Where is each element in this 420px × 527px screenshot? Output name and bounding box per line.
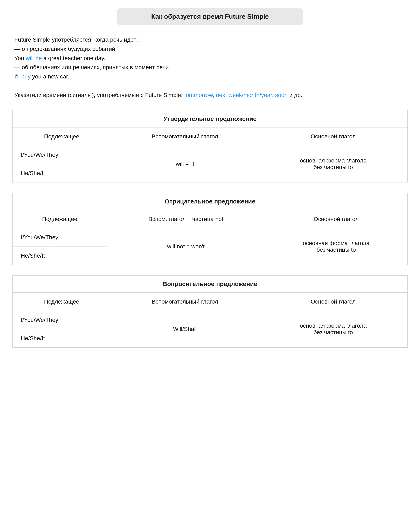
question-header-aux: Вспомогательный глагол	[111, 292, 259, 311]
negative-main-verb: основная форма глагола без частицы to	[265, 228, 408, 265]
question-title: Вопросительное предложение	[12, 275, 408, 292]
negative-subjects: I/You/We/They He/She/It	[12, 228, 107, 265]
page-title: Как образуется время Future Simple	[117, 8, 303, 25]
intro-line6-suffix: и др.	[288, 92, 302, 98]
intro-line5-suffix: you a new car.	[31, 73, 69, 80]
question-table: Подлежащее Вспомогательный глагол Основн…	[12, 292, 408, 348]
intro-line3-highlight: will be	[26, 55, 42, 61]
intro-line2: — о предсказаниях будущих событий;	[14, 44, 406, 54]
negative-subject1: I/You/We/They	[12, 228, 107, 247]
intro-line5-highlight: ll buy	[17, 73, 31, 80]
question-main-verb: основная форма глагола без частицы to	[259, 311, 408, 347]
affirmative-data-row: I/You/We/They He/She/It will = 'll основ…	[12, 146, 408, 182]
affirmative-title: Утвердительное предложение	[12, 110, 408, 127]
negative-subject2: He/She/It	[12, 247, 107, 265]
affirmative-section: Утвердительное предложение Подлежащее Вс…	[12, 110, 408, 182]
intro-line3-prefix: You	[14, 55, 26, 61]
intro-line5: I'll buy you a new car.	[14, 72, 406, 81]
intro-line5-prefix: I'	[14, 73, 17, 80]
question-data-row: I/You/We/They He/She/It Will/Shall основ…	[12, 311, 408, 347]
intro-line4: — об обещаниях или решениях, принятых в …	[14, 63, 406, 72]
affirmative-header-main: Основной глагол	[259, 127, 408, 146]
question-subjects: I/You/We/They He/She/It	[12, 311, 111, 347]
intro-text: Future Simple употребляется, когда речь …	[12, 35, 408, 100]
question-section: Вопросительное предложение Подлежащее Вс…	[12, 275, 408, 348]
question-aux-verb: Will/Shall	[111, 311, 259, 347]
negative-header-subject: Подлежащее	[12, 210, 107, 228]
negative-header-main: Основной глагол	[265, 210, 408, 228]
affirmative-main-verb: основная форма глагола без частицы to	[259, 146, 408, 182]
affirmative-subject1: I/You/We/They	[12, 146, 111, 164]
affirmative-aux-verb: will = 'll	[111, 146, 259, 182]
question-subject1: I/You/We/They	[12, 311, 111, 329]
intro-line6: Указатели времени (сигналы), употребляем…	[14, 91, 406, 100]
affirmative-header-aux: Вспомогательный глагол	[111, 127, 259, 146]
intro-line1: Future Simple употребляется, когда речь …	[14, 35, 406, 44]
negative-aux-verb: will not = won't	[107, 228, 265, 265]
affirmative-subjects: I/You/We/They He/She/It	[12, 146, 111, 182]
question-subject2: He/She/It	[12, 329, 111, 347]
question-header-main: Основной глагол	[259, 292, 408, 311]
negative-title: Отрицательное предложение	[12, 193, 408, 210]
negative-section: Отрицательное предложение Подлежащее Всп…	[12, 193, 408, 265]
affirmative-subject2: He/She/It	[12, 164, 111, 182]
negative-header-aux: Вспом. глагол + частица not	[107, 210, 265, 228]
negative-data-row: I/You/We/They He/She/It will not = won't…	[12, 228, 408, 265]
negative-table: Подлежащее Вспом. глагол + частица not О…	[12, 210, 408, 265]
intro-line3-suffix: a great teacher one day.	[42, 55, 105, 61]
affirmative-header-row: Подлежащее Вспомогательный глагол Основн…	[12, 127, 408, 146]
affirmative-table: Подлежащее Вспомогательный глагол Основн…	[12, 127, 408, 182]
question-header-row: Подлежащее Вспомогательный глагол Основн…	[12, 292, 408, 311]
question-header-subject: Подлежащее	[12, 292, 111, 311]
negative-header-row: Подлежащее Вспом. глагол + частица not О…	[12, 210, 408, 228]
intro-line6-prefix: Указатели времени (сигналы), употребляем…	[14, 92, 184, 98]
intro-highlights: tommorrow, next week/month/year, soon	[184, 92, 288, 98]
affirmative-header-subject: Подлежащее	[12, 127, 111, 146]
intro-line3: You will be a great teacher one day.	[14, 54, 406, 63]
